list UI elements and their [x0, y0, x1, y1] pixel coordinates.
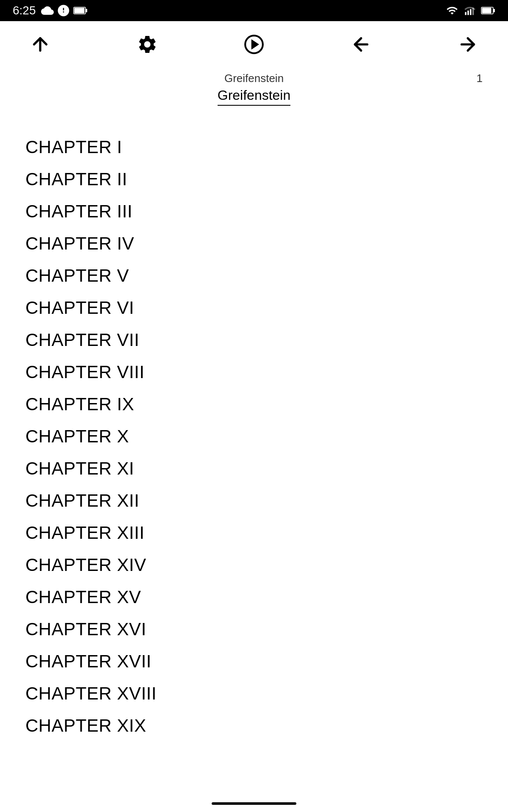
signal-icon — [464, 5, 476, 16]
svg-point-2 — [64, 9, 66, 10]
chapter-item-6[interactable]: CHAPTER VI — [25, 292, 483, 324]
chapter-item-9[interactable]: CHAPTER IX — [25, 388, 483, 420]
chapter-item-5[interactable]: CHAPTER V — [25, 260, 483, 292]
status-time: 6:25 — [13, 4, 36, 17]
header-center: Greifenstein Greifenstein — [59, 72, 449, 106]
svg-point-1 — [61, 9, 62, 10]
svg-rect-4 — [86, 9, 87, 12]
chapter-item-15[interactable]: CHAPTER XV — [25, 581, 483, 613]
chapter-list: CHAPTER ICHAPTER IICHAPTER IIICHAPTER IV… — [0, 114, 508, 767]
page-number: 1 — [477, 70, 483, 85]
play-button[interactable] — [239, 30, 269, 59]
svg-rect-7 — [467, 11, 469, 15]
chapter-item-1[interactable]: CHAPTER I — [25, 131, 483, 163]
chapter-item-14[interactable]: CHAPTER XIV — [25, 549, 483, 581]
status-icons — [41, 4, 88, 17]
wifi-icon — [445, 5, 459, 16]
chapter-item-19[interactable]: CHAPTER XIX — [25, 710, 483, 742]
status-bar: 6:25 — [0, 0, 508, 21]
chapter-item-10[interactable]: CHAPTER X — [25, 420, 483, 453]
chapter-item-18[interactable]: CHAPTER XVIII — [25, 678, 483, 710]
chapter-item-17[interactable]: CHAPTER XVII — [25, 645, 483, 678]
chapter-item-7[interactable]: CHAPTER VII — [25, 324, 483, 356]
bottom-indicator — [212, 802, 296, 805]
svg-rect-11 — [493, 9, 495, 12]
cloud-icon — [41, 4, 54, 17]
chapter-item-4[interactable]: CHAPTER IV — [25, 228, 483, 260]
svg-rect-6 — [465, 12, 467, 15]
chapter-item-2[interactable]: CHAPTER II — [25, 163, 483, 195]
chapter-item-12[interactable]: CHAPTER XII — [25, 485, 483, 517]
chapter-item-16[interactable]: CHAPTER XVI — [25, 613, 483, 645]
status-bar-right — [445, 5, 495, 16]
svg-rect-8 — [470, 9, 472, 15]
svg-rect-12 — [482, 8, 491, 14]
up-button[interactable] — [25, 30, 55, 59]
face-icon — [57, 4, 70, 17]
svg-rect-5 — [74, 8, 84, 14]
chapter-item-13[interactable]: CHAPTER XIII — [25, 517, 483, 549]
chapter-item-3[interactable]: CHAPTER III — [25, 195, 483, 228]
svg-rect-9 — [472, 8, 474, 15]
battery-icon — [73, 6, 88, 15]
book-subtitle: Greifenstein — [224, 72, 284, 85]
forward-button[interactable] — [453, 30, 483, 59]
settings-button[interactable] — [133, 30, 162, 59]
back-button[interactable] — [346, 30, 376, 59]
book-title: Greifenstein — [218, 88, 291, 106]
status-bar-left: 6:25 — [13, 4, 88, 17]
header: Greifenstein Greifenstein 1 — [0, 68, 508, 114]
battery-icon-right — [481, 6, 495, 15]
toolbar — [0, 21, 508, 68]
chapter-item-8[interactable]: CHAPTER VIII — [25, 356, 483, 388]
chapter-item-11[interactable]: CHAPTER XI — [25, 453, 483, 485]
svg-marker-15 — [252, 41, 258, 48]
bottom-bar — [0, 795, 508, 812]
